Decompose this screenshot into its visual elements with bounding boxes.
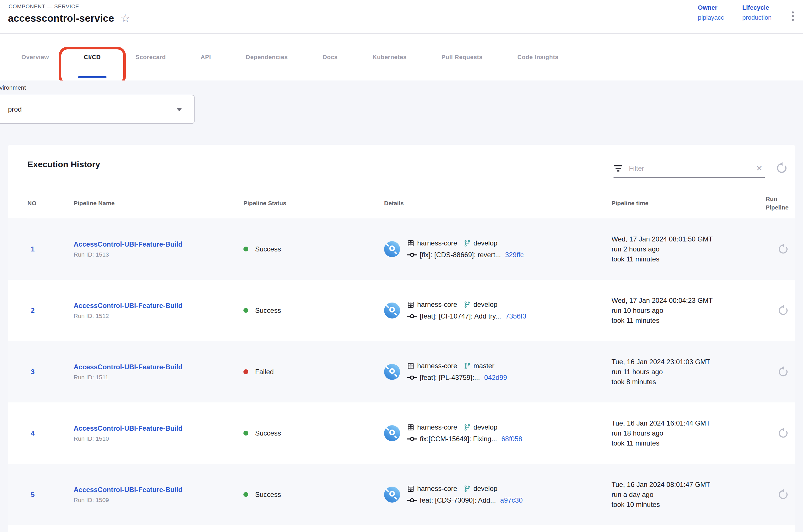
pipeline-time-ago: run a day ago — [612, 490, 766, 499]
tab-cicd[interactable]: CI/CD — [84, 34, 101, 80]
pipeline-time-date: Tue, 16 Jan 2024 08:01:47 GMT — [612, 479, 766, 490]
run-pipeline-icon[interactable] — [777, 427, 789, 439]
repo-name: harness-core — [417, 362, 457, 370]
git-commit-icon — [407, 314, 417, 319]
pipeline-time-date: Wed, 17 Jan 2024 00:04:23 GMT — [612, 296, 766, 305]
tab-api[interactable]: API — [200, 34, 211, 80]
commit-message: [feat]: [CI-10747]: Add try... — [420, 312, 501, 320]
col-no: NO — [27, 200, 74, 207]
repository-icon — [407, 301, 415, 308]
branch-name: develop — [473, 423, 497, 431]
commit-hash-link[interactable]: 7356f3 — [505, 312, 526, 320]
tab-docs[interactable]: Docs — [323, 34, 338, 80]
repository-icon — [407, 485, 415, 493]
tab-code-insights[interactable]: Code Insights — [517, 34, 558, 80]
table-row: 1 AccessControl-UBI-Feature-Build Run ID… — [8, 218, 795, 280]
git-commit-icon — [407, 498, 417, 503]
run-id: Run ID: 1510 — [74, 435, 244, 442]
tab-dependencies[interactable]: Dependencies — [246, 34, 288, 80]
filter-field[interactable]: ✕ — [613, 159, 765, 178]
tab-overview[interactable]: Overview — [21, 34, 49, 80]
status-label: Success — [255, 491, 281, 499]
status-label: Success — [255, 429, 281, 437]
run-id: Run ID: 1511 — [74, 374, 244, 381]
clear-filter-icon[interactable]: ✕ — [753, 164, 765, 173]
col-pipeline-time: Pipeline time — [612, 200, 766, 207]
repo-name: harness-core — [417, 239, 457, 247]
tab-kubernetes[interactable]: Kubernetes — [372, 34, 407, 80]
repo-name: harness-core — [417, 484, 457, 493]
col-pipeline-status: Pipeline Status — [244, 200, 384, 207]
cicd-tab-content: nvironment prod Execution History ✕ NO P… — [0, 80, 803, 532]
run-pipeline-icon[interactable] — [777, 366, 789, 378]
owner-label: Owner — [698, 4, 724, 12]
commit-hash-link[interactable]: a97c30 — [500, 496, 523, 504]
favorite-star-icon[interactable]: ☆ — [120, 13, 130, 24]
pipeline-time: Tue, 16 Jan 2024 16:01:44 GMT run 18 hou… — [612, 418, 766, 448]
pipeline-name-link[interactable]: AccessControl-UBI-Feature-Build — [74, 240, 244, 248]
run-id: Run ID: 1513 — [74, 251, 244, 258]
tab-pull-requests[interactable]: Pull Requests — [441, 34, 482, 80]
commit-hash-link[interactable]: 329ffc — [505, 251, 524, 259]
pipeline-time-date: Wed, 17 Jan 2024 08:01:50 GMT — [612, 234, 766, 244]
repository-icon — [407, 423, 415, 431]
git-commit-icon — [407, 252, 417, 258]
ci-module-icon — [384, 425, 400, 441]
ci-module-icon — [384, 364, 400, 380]
page-title: accesscontrol-service — [8, 13, 114, 24]
commit-hash-link[interactable]: 042d99 — [484, 374, 507, 382]
git-branch-icon — [464, 424, 471, 431]
row-number: 4 — [27, 429, 74, 437]
environment-selected-value: prod — [8, 105, 22, 113]
section-title: Execution History — [27, 159, 100, 169]
git-branch-icon — [464, 240, 471, 247]
repository-icon — [407, 240, 415, 247]
status-dot — [244, 247, 248, 251]
pipeline-name-link[interactable]: AccessControl-UBI-Feature-Build — [74, 486, 244, 494]
ci-module-icon — [384, 487, 400, 502]
branch-name: develop — [473, 239, 497, 247]
pipeline-time-date: Tue, 16 Jan 2024 16:01:44 GMT — [612, 418, 766, 428]
owner-link[interactable]: plplayacc — [698, 14, 724, 21]
branch-name: master — [473, 362, 494, 370]
git-commit-icon — [407, 375, 417, 380]
run-pipeline-icon[interactable] — [777, 304, 789, 317]
table-row: 4 AccessControl-UBI-Feature-Build Run ID… — [27, 402, 795, 464]
commit-message: fix:[CCM-15649]: Fixing... — [420, 435, 497, 443]
repo-name: harness-core — [417, 301, 457, 308]
run-pipeline-icon[interactable] — [777, 243, 789, 255]
commit-hash-link[interactable]: 68f058 — [501, 435, 522, 443]
row-number: 2 — [27, 306, 74, 315]
environment-select[interactable]: prod — [0, 95, 195, 124]
pipeline-time-ago: run 18 hours ago — [612, 428, 766, 438]
table-row: 3 AccessControl-UBI-Feature-Build Run ID… — [8, 341, 795, 402]
col-pipeline-name: Pipeline Name — [74, 200, 244, 207]
pipeline-time-date: Tue, 16 Jan 2024 23:01:03 GMT — [612, 357, 766, 367]
active-tab-underline — [78, 76, 107, 78]
col-details: Details — [384, 200, 612, 207]
table-row: 5 AccessControl-UBI-Feature-Build Run ID… — [8, 464, 795, 525]
annotation-highlight-box — [59, 47, 126, 85]
git-branch-icon — [464, 301, 471, 308]
run-id: Run ID: 1512 — [74, 312, 244, 319]
pipeline-time-duration: took 11 minutes — [612, 254, 766, 264]
filter-funnel-icon — [613, 165, 623, 172]
pipeline-time: Wed, 17 Jan 2024 00:04:23 GMT run 10 hou… — [612, 296, 766, 325]
repository-icon — [407, 362, 415, 370]
col-run-pipeline: Run Pipeline — [766, 195, 795, 212]
entity-header: COMPONENT — SERVICE accesscontrol-servic… — [0, 0, 803, 34]
more-options-kebab-icon[interactable] — [790, 10, 796, 22]
run-id: Run ID: 1509 — [74, 497, 244, 504]
pipeline-time: Tue, 16 Jan 2024 23:01:03 GMT run 11 hou… — [612, 357, 766, 387]
pipeline-name-link[interactable]: AccessControl-UBI-Feature-Build — [74, 302, 244, 310]
chevron-down-icon — [176, 108, 182, 111]
filter-input[interactable] — [628, 164, 748, 173]
tab-scorecard[interactable]: Scorecard — [136, 34, 166, 80]
execution-history-card: Execution History ✕ NO Pipeline Name Pip… — [8, 145, 795, 532]
table-header: NO Pipeline Name Pipeline Status Details… — [27, 189, 795, 218]
run-pipeline-icon[interactable] — [777, 488, 789, 501]
refresh-icon[interactable] — [775, 161, 789, 175]
pipeline-name-link[interactable]: AccessControl-UBI-Feature-Build — [74, 424, 244, 432]
status-dot — [244, 431, 248, 436]
pipeline-name-link[interactable]: AccessControl-UBI-Feature-Build — [74, 363, 244, 371]
